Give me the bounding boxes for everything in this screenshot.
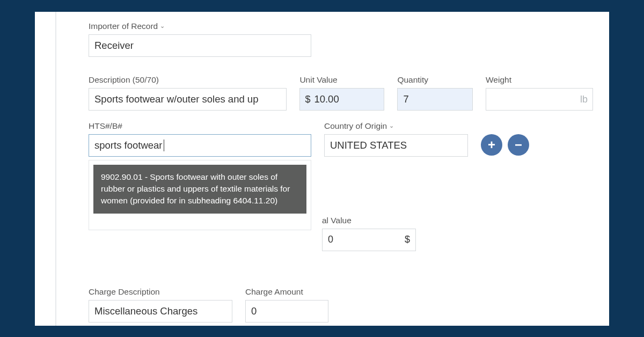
charge-description-label: Charge Description <box>89 287 232 297</box>
country-value: UNITED STATES <box>330 140 407 151</box>
remove-button[interactable]: − <box>508 134 529 156</box>
country-label: Country of Origin ⌄ <box>324 121 468 131</box>
charge-description-value: Miscellaneous Charges <box>94 305 197 317</box>
total-value-field: al Value 0 $ <box>322 216 416 251</box>
hts-dropdown: 9902.90.01 - Sports footwear with outer … <box>89 160 311 230</box>
quantity-label: Quantity <box>397 75 473 85</box>
importer-label: Importer of Record ⌄ <box>89 21 311 31</box>
importer-value: Receiver <box>94 40 134 52</box>
hts-value: sports footwear <box>94 140 162 151</box>
weight-unit-suffix: lb <box>580 93 588 105</box>
charge-amount-input[interactable]: 0 <box>245 300 328 323</box>
add-button[interactable]: + <box>481 134 502 156</box>
charge-description-input[interactable]: Miscellaneous Charges <box>89 300 232 323</box>
importer-field: Importer of Record ⌄ Receiver <box>89 21 311 57</box>
country-label-text: Country of Origin <box>324 121 387 131</box>
plus-icon: + <box>488 137 495 152</box>
description-input[interactable]: Sports footwear w/outer soles and up <box>89 88 287 111</box>
total-value-input[interactable]: 0 $ <box>322 229 416 251</box>
hts-input[interactable]: sports footwear <box>89 134 311 157</box>
quantity-input[interactable] <box>397 88 473 111</box>
chevron-down-icon[interactable]: ⌄ <box>389 122 394 129</box>
form-panel: Importer of Record ⌄ Receiver Descriptio… <box>35 12 609 326</box>
description-field: Description (50/70) Sports footwear w/ou… <box>89 75 287 111</box>
description-label: Description (50/70) <box>89 75 287 85</box>
total-value-label: al Value <box>322 216 416 225</box>
hts-suggestion-item[interactable]: 9902.90.01 - Sports footwear with outer … <box>93 165 306 214</box>
charge-description-field: Charge Description Miscellaneous Charges <box>89 287 232 323</box>
country-field: Country of Origin ⌄ UNITED STATES <box>324 121 468 157</box>
total-value-suffix: $ <box>405 234 410 245</box>
left-border <box>55 12 56 326</box>
weight-field: Weight lb <box>486 75 593 111</box>
country-input[interactable]: UNITED STATES <box>324 134 468 157</box>
unit-value-field: Unit Value $ <box>299 75 384 111</box>
chevron-down-icon[interactable]: ⌄ <box>160 23 165 30</box>
importer-label-text: Importer of Record <box>89 21 158 31</box>
charge-amount-field: Charge Amount 0 <box>245 287 328 323</box>
currency-prefix: $ <box>305 93 310 105</box>
charge-amount-label: Charge Amount <box>245 287 328 297</box>
action-buttons: + − <box>481 134 529 156</box>
unit-value-label: Unit Value <box>299 75 384 85</box>
text-cursor <box>164 140 164 151</box>
unit-value-input[interactable] <box>299 88 384 111</box>
description-value: Sports footwear w/outer soles and up <box>94 93 258 105</box>
weight-input[interactable] <box>486 88 593 111</box>
minus-icon: − <box>515 137 522 152</box>
hts-field: HTS#/B# sports footwear 9902.90.01 - Spo… <box>89 121 311 157</box>
total-value-value: 0 <box>328 234 333 245</box>
hts-label: HTS#/B# <box>89 121 311 131</box>
importer-input[interactable]: Receiver <box>89 34 311 57</box>
weight-label: Weight <box>486 75 593 85</box>
charge-amount-value: 0 <box>251 305 257 317</box>
quantity-field: Quantity <box>397 75 473 111</box>
